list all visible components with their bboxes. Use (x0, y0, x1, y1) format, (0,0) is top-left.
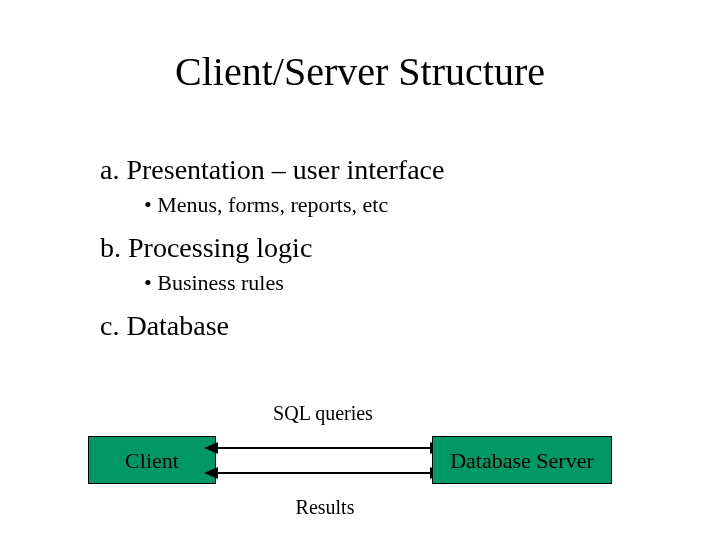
slide-title: Client/Server Structure (0, 48, 720, 95)
arrow-line-bottom (218, 472, 432, 474)
slide: Client/Server Structure a. Presentation … (0, 0, 720, 540)
item-b: b. Processing logic (100, 232, 620, 264)
arrow-head-left-icon (204, 467, 218, 479)
bullet-list: a. Presentation – user interface Menus, … (100, 140, 620, 342)
arrow-label-bottom: Results (280, 496, 370, 519)
item-a-sub: Menus, forms, reports, etc (144, 192, 620, 218)
server-box: Database Server (432, 436, 612, 484)
arrow-label-top: SQL queries (258, 402, 388, 425)
item-a: a. Presentation – user interface (100, 154, 620, 186)
arrow-line-top (216, 447, 430, 449)
item-b-sub: Business rules (144, 270, 620, 296)
client-box: Client (88, 436, 216, 484)
item-c: c. Database (100, 310, 620, 342)
diagram: SQL queries Client Database Server Resul… (0, 380, 720, 540)
